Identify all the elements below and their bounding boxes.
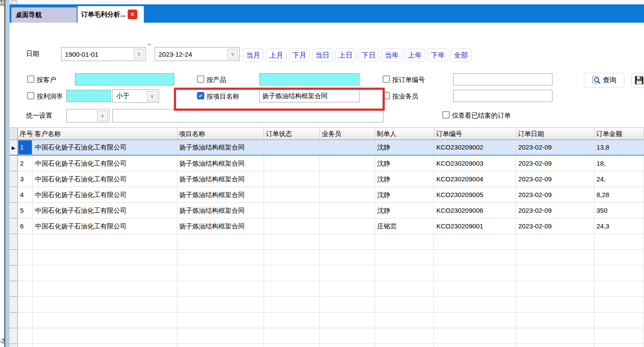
table-row[interactable]: ▶ 4 中国石化扬子石油化工有限公司 扬子炼油结构框架合同 沈静 KCO2302… xyxy=(10,187,644,203)
cell-status[interactable] xyxy=(264,234,320,250)
product-filter-input[interactable] xyxy=(259,73,359,85)
quick-date-button-current-month[interactable]: 当月 xyxy=(243,48,264,62)
by-product-checkbox[interactable] xyxy=(197,75,204,83)
cell-seq[interactable] xyxy=(18,328,33,344)
cell-status[interactable] xyxy=(264,344,320,347)
order-no-filter-input[interactable] xyxy=(453,73,552,85)
by-order-no-checkbox[interactable] xyxy=(383,75,390,83)
cell-maker[interactable]: 沈静 xyxy=(375,140,434,156)
column-header-4[interactable]: 订单状态 xyxy=(264,128,320,140)
cell-order-date[interactable]: 2023-02-09 xyxy=(516,156,594,171)
cell-salesman[interactable] xyxy=(320,218,375,234)
quick-date-button-prev-day[interactable]: 上日 xyxy=(335,48,356,62)
cell-order-no[interactable] xyxy=(434,234,516,250)
cell-salesman[interactable] xyxy=(320,265,375,281)
table-row[interactable]: ▶ xyxy=(10,344,644,347)
cell-status[interactable] xyxy=(264,171,320,187)
cell-customer[interactable] xyxy=(33,297,177,313)
column-header-8[interactable]: 订单日期 xyxy=(516,128,594,140)
cell-order-amount[interactable]: 24, xyxy=(594,171,644,187)
cell-salesman[interactable] xyxy=(320,281,375,297)
by-project-name-checkbox[interactable]: ✔ xyxy=(197,92,204,99)
unified-setting-input[interactable] xyxy=(112,109,383,122)
cell-order-no[interactable] xyxy=(434,297,516,313)
profit-rate-operator-combobox[interactable]: 小于 ∨ xyxy=(112,89,159,103)
date-to-combobox[interactable]: 2023-12-24 ∨ xyxy=(155,47,240,61)
closed-only-checkbox[interactable] xyxy=(442,111,450,119)
cell-customer[interactable] xyxy=(33,313,177,328)
cell-order-no[interactable] xyxy=(434,281,516,297)
save-button[interactable] xyxy=(631,73,644,88)
cell-maker[interactable] xyxy=(375,250,434,265)
cell-salesman[interactable] xyxy=(320,187,375,203)
cell-maker[interactable] xyxy=(375,281,434,297)
tab-order-profit-analysis[interactable]: 订单毛利分析... ✕ xyxy=(78,6,144,23)
cell-order-no[interactable] xyxy=(434,328,516,344)
cell-seq[interactable]: 1 xyxy=(18,140,33,156)
cell-order-no[interactable]: KCO230209006 xyxy=(434,203,516,218)
cell-project[interactable] xyxy=(177,281,264,297)
cell-order-date[interactable]: 2023-02-09 xyxy=(516,140,594,156)
cell-project[interactable] xyxy=(177,234,264,250)
cell-project[interactable] xyxy=(177,250,264,265)
cell-project[interactable] xyxy=(177,297,264,313)
quick-date-button-prev-month[interactable]: 上月 xyxy=(266,48,287,62)
cell-customer[interactable]: 中国石化扬子石油化工有限公司 xyxy=(33,187,177,203)
cell-seq[interactable] xyxy=(18,344,33,347)
cell-order-no[interactable]: KCO230209004 xyxy=(434,171,516,187)
cell-seq[interactable]: 6 xyxy=(18,218,33,234)
cell-salesman[interactable] xyxy=(320,250,375,265)
cell-order-amount[interactable]: 350 xyxy=(594,203,644,218)
cell-status[interactable] xyxy=(264,218,320,234)
cell-project[interactable] xyxy=(177,313,264,328)
cell-status[interactable] xyxy=(264,156,320,171)
cell-order-amount[interactable] xyxy=(594,281,644,297)
tab-desktop-navigation[interactable]: 桌面导航 xyxy=(11,7,77,23)
cell-order-no[interactable] xyxy=(434,250,516,265)
date-from-combobox[interactable]: 1900-01-01 ∨ xyxy=(61,47,146,61)
quick-date-button-prev-year[interactable]: 上年 xyxy=(404,48,425,62)
cell-seq[interactable] xyxy=(18,297,33,313)
cell-order-no[interactable] xyxy=(434,344,516,347)
cell-salesman[interactable] xyxy=(320,344,375,347)
cell-project[interactable]: 扬子炼油结构框架合同 xyxy=(177,171,264,187)
cell-order-no[interactable]: KCO230209005 xyxy=(434,187,516,203)
cell-project[interactable] xyxy=(177,344,264,347)
cell-customer[interactable]: 中国石化扬子石油化工有限公司 xyxy=(33,156,177,171)
cell-order-date[interactable]: 2023-02-09 xyxy=(516,218,594,234)
cell-maker[interactable] xyxy=(375,297,434,313)
cell-seq[interactable] xyxy=(18,281,33,297)
cell-status[interactable] xyxy=(264,328,320,344)
cell-seq[interactable]: 4 xyxy=(18,187,33,203)
cell-maker[interactable]: 沈静 xyxy=(375,171,434,187)
profit-rate-input[interactable] xyxy=(66,90,111,102)
cell-customer[interactable] xyxy=(33,281,177,297)
table-row[interactable]: ▶ xyxy=(10,297,644,313)
cell-order-date[interactable] xyxy=(516,250,594,265)
close-icon[interactable]: ✕ xyxy=(128,10,137,19)
cell-order-date[interactable] xyxy=(516,328,594,344)
cell-order-amount[interactable] xyxy=(594,234,644,250)
cell-customer[interactable]: 中国石化扬子石油化工有限公司 xyxy=(33,203,177,218)
table-row[interactable]: ▶ 1 中国石化扬子石油化工有限公司 扬子炼油结构框架合同 沈静 KCO2302… xyxy=(10,140,644,156)
table-row[interactable]: ▶ xyxy=(10,265,644,281)
cell-order-date[interactable] xyxy=(516,265,594,281)
cell-project[interactable] xyxy=(177,265,264,281)
cell-salesman[interactable] xyxy=(320,234,375,250)
cell-order-no[interactable] xyxy=(434,313,516,328)
cell-salesman[interactable] xyxy=(320,140,375,156)
project-name-filter-input[interactable] xyxy=(259,89,359,102)
column-header-6[interactable]: 制单人 xyxy=(375,128,434,140)
cell-customer[interactable] xyxy=(33,234,177,250)
cell-project[interactable] xyxy=(177,328,264,344)
cell-order-date[interactable] xyxy=(516,344,594,347)
quick-date-button-all[interactable]: 全部 xyxy=(451,48,471,62)
cell-order-date[interactable] xyxy=(516,313,594,328)
cell-customer[interactable] xyxy=(33,265,177,281)
table-row[interactable]: ▶ xyxy=(10,250,644,265)
cell-customer[interactable]: 中国石化扬子石油化工有限公司 xyxy=(33,218,177,234)
cell-order-date[interactable] xyxy=(516,281,594,297)
column-header-9[interactable]: 订单金额 xyxy=(594,128,644,140)
cell-project[interactable]: 扬子炼油结构框架合同 xyxy=(177,187,264,203)
chevron-down-icon[interactable]: ∨ xyxy=(227,49,238,59)
